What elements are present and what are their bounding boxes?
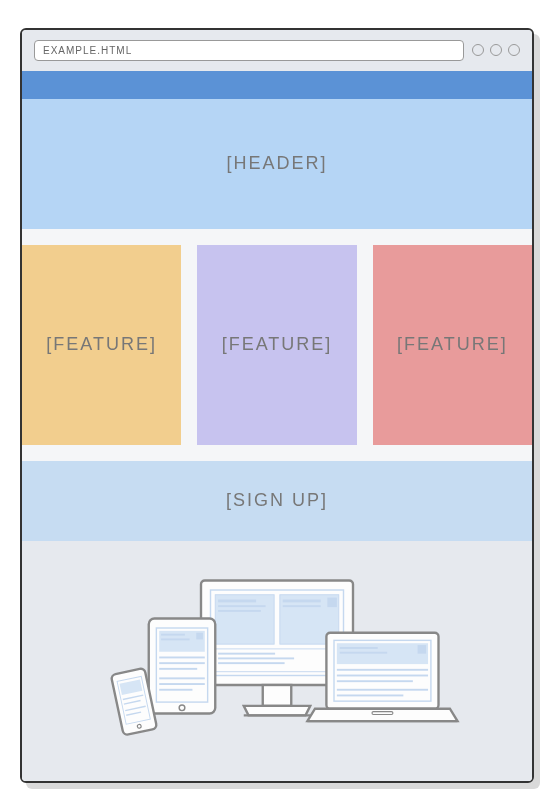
browser-chrome: EXAMPLE.HTML xyxy=(22,30,532,71)
header-section: [HEADER] xyxy=(22,99,532,229)
svg-rect-21 xyxy=(161,638,190,640)
svg-rect-9 xyxy=(283,605,321,607)
page-content: [HEADER] [FEATURE] [FEATURE] [FEATURE] [… xyxy=(22,71,532,781)
feature-block-1: [FEATURE] xyxy=(22,245,181,445)
svg-rect-24 xyxy=(159,667,197,669)
svg-rect-46 xyxy=(337,688,428,690)
close-icon[interactable] xyxy=(508,44,520,56)
svg-rect-19 xyxy=(196,632,203,639)
svg-rect-22 xyxy=(159,656,205,658)
svg-rect-45 xyxy=(337,680,413,682)
feature-label: [FEATURE] xyxy=(46,334,157,355)
svg-rect-44 xyxy=(337,674,428,676)
header-label: [HEADER] xyxy=(226,153,327,174)
svg-rect-12 xyxy=(218,657,294,659)
svg-rect-25 xyxy=(159,677,205,679)
responsive-devices-icon xyxy=(87,571,467,761)
minimize-icon[interactable] xyxy=(472,44,484,56)
browser-window: EXAMPLE.HTML [HEADER] [FEATURE] [FEATURE… xyxy=(20,28,534,783)
svg-rect-13 xyxy=(218,662,285,664)
svg-rect-14 xyxy=(263,685,292,706)
svg-rect-40 xyxy=(418,645,427,654)
signup-section: [SIGN UP] xyxy=(22,461,532,541)
svg-rect-6 xyxy=(218,605,266,607)
feature-block-3: [FEATURE] xyxy=(373,245,532,445)
svg-rect-41 xyxy=(340,647,378,649)
svg-rect-11 xyxy=(218,652,275,654)
svg-rect-7 xyxy=(218,609,261,611)
svg-rect-20 xyxy=(161,633,185,635)
svg-rect-8 xyxy=(283,599,321,602)
svg-rect-42 xyxy=(340,651,388,653)
window-controls xyxy=(472,44,520,56)
url-bar[interactable]: EXAMPLE.HTML xyxy=(34,40,464,61)
svg-rect-27 xyxy=(159,688,192,690)
svg-rect-23 xyxy=(159,662,205,664)
features-row: [FEATURE] [FEATURE] [FEATURE] xyxy=(22,229,532,461)
svg-rect-5 xyxy=(218,599,256,602)
svg-rect-47 xyxy=(337,694,404,696)
devices-illustration xyxy=(22,541,532,781)
signup-label: [SIGN UP] xyxy=(226,490,328,511)
feature-label: [FEATURE] xyxy=(222,334,333,355)
svg-rect-4 xyxy=(327,597,337,607)
svg-rect-43 xyxy=(337,668,428,670)
top-nav-bar xyxy=(22,71,532,99)
svg-rect-26 xyxy=(159,683,205,685)
feature-block-2: [FEATURE] xyxy=(197,245,356,445)
maximize-icon[interactable] xyxy=(490,44,502,56)
svg-rect-39 xyxy=(337,643,428,664)
svg-rect-10 xyxy=(215,648,339,671)
feature-label: [FEATURE] xyxy=(397,334,508,355)
